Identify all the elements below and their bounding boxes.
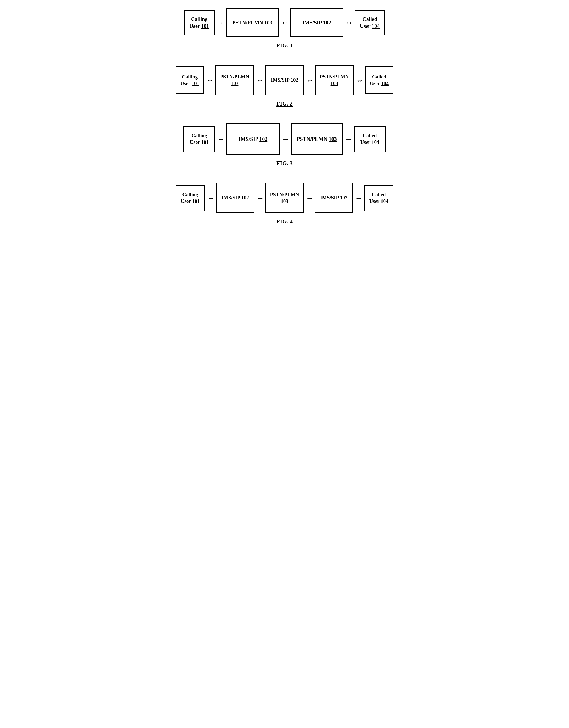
ims2-box-fig4: IMS/SIP 102 <box>315 183 353 213</box>
pstn-box-fig1: PSTN/PLMN 103 <box>226 8 279 37</box>
arrow-4-3: ↔ <box>304 194 315 202</box>
arrow-4-1: ↔ <box>205 194 216 202</box>
called-user-box-fig4: CalledUser 104 <box>364 185 394 211</box>
diagram-1: CallingUser 101 ↔ PSTN/PLMN 103 ↔ IMS/SI… <box>175 8 394 37</box>
arrow-4-4: ↔ <box>353 194 364 202</box>
called-user-box-fig2: CalledUser 104 <box>365 66 394 94</box>
arrow-2-4: ↔ <box>354 76 365 85</box>
diagram-4: CallingUser 101 ↔ IMS/SIP 102 ↔ PSTN/PLM… <box>175 183 394 213</box>
ims-box-fig1: IMS/SIP 102 <box>290 8 344 37</box>
arrow-1-2: ↔ <box>279 18 290 27</box>
arrow-1-3: ↔ <box>344 18 355 27</box>
diagram-2: CallingUser 101 ↔ PSTN/PLMN103 ↔ IMS/SIP… <box>175 65 394 95</box>
arrow-3-2: ↔ <box>279 135 291 143</box>
figure-3: CallingUser 101 ↔ IMS/SIP 102 ↔ PSTN/PLM… <box>175 123 394 167</box>
pstn1-box-fig2: PSTN/PLMN103 <box>215 65 254 95</box>
pstn-box-fig4: PSTN/PLMN103 <box>265 183 304 213</box>
calling-user-box-fig2: CallingUser 101 <box>175 66 204 94</box>
figure-2: CallingUser 101 ↔ PSTN/PLMN103 ↔ IMS/SIP… <box>175 65 394 107</box>
figure-4: CallingUser 101 ↔ IMS/SIP 102 ↔ PSTN/PLM… <box>175 183 394 225</box>
fig4-label: FIG. 4 <box>175 218 394 225</box>
pstn-box-fig3: PSTN/PLMN 103 <box>291 123 343 155</box>
arrow-2-2: ↔ <box>254 76 265 85</box>
called-user-box-fig3: CalledUser 104 <box>354 126 386 152</box>
calling-user-box-fig3: CallingUser 101 <box>183 126 215 152</box>
arrow-1-1: ↔ <box>215 18 226 27</box>
arrow-3-1: ↔ <box>215 135 226 143</box>
arrow-2-1: ↔ <box>204 76 215 85</box>
ims-box-fig2: IMS/SIP 102 <box>265 65 304 95</box>
arrow-3-3: ↔ <box>343 135 354 143</box>
figure-1: CallingUser 101 ↔ PSTN/PLMN 103 ↔ IMS/SI… <box>175 8 394 49</box>
pstn2-box-fig2: PSTN/PLMN103 <box>315 65 354 95</box>
called-user-box-fig1: CalledUser 104 <box>355 10 385 35</box>
fig1-label: FIG. 1 <box>175 42 394 49</box>
arrow-4-2: ↔ <box>254 194 265 202</box>
fig3-label: FIG. 3 <box>175 160 394 167</box>
fig2-label: FIG. 2 <box>175 100 394 107</box>
diagram-3: CallingUser 101 ↔ IMS/SIP 102 ↔ PSTN/PLM… <box>175 123 394 155</box>
arrow-2-3: ↔ <box>304 76 315 85</box>
ims-box-fig3: IMS/SIP 102 <box>226 123 279 155</box>
calling-user-box-fig1: CallingUser 101 <box>184 10 215 35</box>
calling-user-box-fig4: CallingUser 101 <box>175 185 205 211</box>
ims1-box-fig4: IMS/SIP 102 <box>216 183 254 213</box>
